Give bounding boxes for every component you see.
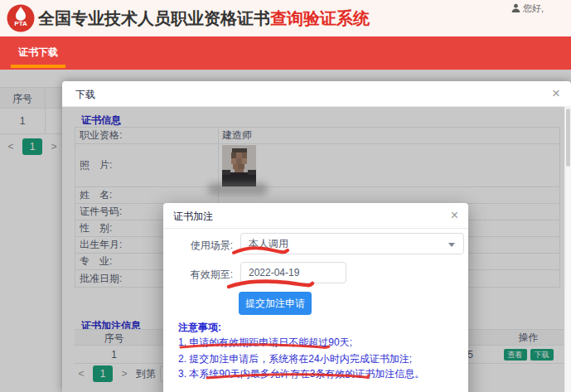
download-modal-close-icon[interactable]: ×: [552, 85, 560, 103]
page-title-black: 全国专业技术人员职业资格证书: [38, 9, 270, 27]
user-greeting[interactable]: 您好,: [511, 2, 544, 15]
annotation-modal-header: 证书加注 ×: [163, 203, 468, 229]
tab-cert-download[interactable]: 证书下载: [11, 36, 65, 70]
use-scene-label: 使用场景:: [186, 239, 233, 253]
download-modal-title: 下载: [75, 88, 95, 102]
download-modal-header: 下载 ×: [62, 81, 571, 107]
submit-annotation-button[interactable]: 提交加注申请: [239, 292, 312, 315]
notes-title: 注意事项:: [178, 321, 221, 335]
user-greeting-text: 您好,: [523, 2, 544, 15]
modal-scrollbar: [564, 107, 571, 392]
annotation-modal-title: 证书加注: [173, 210, 213, 224]
chevron-down-icon: [448, 243, 455, 247]
tab-cert-download-label: 证书下载: [18, 46, 58, 58]
use-scene-select[interactable]: 本人调用: [240, 233, 464, 254]
app-header: PTA 全国专业技术人员职业资格证书查询验证系统 您好,: [0, 0, 571, 36]
valid-until-label: 有效期至:: [186, 268, 233, 282]
page-title: 全国专业技术人员职业资格证书查询验证系统: [38, 7, 370, 30]
active-tab-underline: [11, 65, 65, 68]
page-title-red: 查询验证系统: [270, 9, 370, 27]
scrollbar-thumb[interactable]: [566, 109, 570, 167]
note-line-1: 1. 申请的有效期距申请日不能超过90天;: [178, 336, 352, 350]
user-icon: [511, 3, 520, 14]
logo-text: PTA: [14, 20, 27, 27]
note-line-2: 2. 提交加注申请后，系统将在24小时内完成证书加注;: [178, 352, 412, 366]
pta-logo-icon: PTA: [7, 4, 35, 32]
main-nav: 证书下载: [0, 36, 571, 70]
annotation-modal: 证书加注 × 使用场景: 本人调用 有效期至: 提交加注申请 注意事项: 1. …: [163, 203, 468, 392]
valid-until-input[interactable]: [240, 262, 346, 283]
annotation-modal-close-icon[interactable]: ×: [451, 206, 458, 225]
use-scene-value: 本人调用: [249, 238, 288, 249]
screen: PTA 全国专业技术人员职业资格证书查询验证系统 您好, 证书下载 序号 1: [0, 0, 571, 392]
note-line-3: 3. 本系统90天内最多允许存在3条有效的证书加注信息。: [178, 367, 424, 381]
